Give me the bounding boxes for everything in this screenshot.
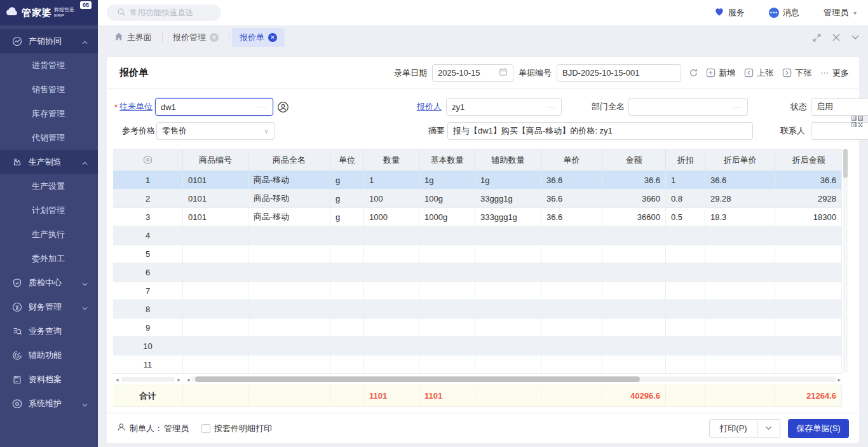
print-detail-checkbox[interactable] — [201, 424, 210, 433]
table-cell[interactable] — [775, 263, 842, 282]
user-menu[interactable]: 管理员 ▾ — [824, 7, 857, 18]
table-cell[interactable] — [419, 226, 475, 245]
table-cell[interactable] — [541, 226, 602, 245]
sidebar-item-财务管理[interactable]: 财务管理 — [0, 295, 98, 319]
dept-input[interactable]: ··· — [628, 98, 748, 116]
table-cell[interactable] — [330, 300, 364, 319]
table-cell[interactable] — [183, 337, 248, 355]
table-cell[interactable] — [705, 226, 775, 245]
table-cell[interactable]: 0101 — [183, 208, 248, 226]
table-cell[interactable] — [248, 319, 330, 337]
column-header-单价[interactable]: 单价 — [541, 149, 602, 170]
table-cell[interactable] — [364, 226, 419, 245]
table-cell[interactable]: 36.6 — [541, 189, 602, 208]
table-row-8[interactable]: 8 — [113, 300, 842, 319]
table-cell[interactable]: 3660 — [602, 189, 666, 208]
table-row-2[interactable]: 20101商品-移动g100100g33ggg1g36.636600.829.2… — [113, 189, 842, 208]
record-date-input[interactable] — [432, 64, 513, 82]
ref-price-select[interactable]: ∨ — [156, 122, 275, 140]
sidebar-subitem-委外加工[interactable]: 委外加工 — [0, 247, 98, 271]
column-header-折后单价[interactable]: 折后单价 — [705, 149, 775, 170]
print-dropdown-button[interactable] — [757, 419, 780, 438]
table-cell[interactable] — [364, 245, 419, 263]
table-cell[interactable]: 36.6 — [602, 171, 666, 189]
partner-label[interactable]: 往来单位 — [119, 101, 153, 113]
table-cell[interactable] — [330, 319, 364, 337]
doc-no-input[interactable] — [557, 64, 681, 82]
column-header-金额[interactable]: 金额 — [602, 149, 666, 170]
ellipsis-icon[interactable]: ··· — [733, 102, 742, 111]
table-cell[interactable]: 36.6 — [705, 171, 775, 189]
table-cell[interactable] — [775, 282, 842, 300]
table-cell[interactable]: 2928 — [775, 189, 842, 208]
table-cell[interactable] — [364, 337, 419, 355]
sidebar-item-辅助功能[interactable]: 辅助功能 — [0, 343, 98, 368]
table-cell[interactable]: 36.6 — [541, 171, 602, 189]
tab-quote-mgmt[interactable]: 报价管理 ✕ — [165, 28, 226, 47]
table-cell[interactable] — [419, 319, 475, 337]
column-header-数量[interactable]: 数量 — [364, 149, 419, 170]
column-header-折扣[interactable]: 折扣 — [666, 149, 705, 170]
table-cell[interactable] — [666, 355, 705, 374]
summary-value[interactable] — [453, 127, 747, 136]
more-button[interactable]: ⋯ 更多 — [820, 67, 849, 79]
scroll-right-icon[interactable]: ▸ — [836, 376, 842, 383]
table-cell[interactable] — [666, 300, 705, 319]
table-cell[interactable] — [475, 245, 541, 263]
table-cell[interactable] — [248, 355, 330, 374]
table-cell[interactable] — [248, 245, 330, 263]
sidebar-item-系统维护[interactable]: 系统维护 — [0, 392, 98, 416]
table-cell[interactable] — [330, 263, 364, 282]
table-cell[interactable] — [541, 300, 602, 319]
horizontal-scroll-thumb[interactable] — [195, 376, 640, 382]
quoter-input[interactable]: ··· — [446, 98, 562, 116]
table-row-5[interactable]: 5 — [113, 245, 842, 263]
doc-no-value[interactable] — [562, 68, 675, 78]
status-value[interactable] — [817, 102, 868, 112]
table-cell[interactable] — [330, 226, 364, 245]
partner-input[interactable]: ··· — [155, 98, 273, 116]
chevron-down-icon[interactable] — [851, 35, 859, 40]
tab-quote-form[interactable]: 报价单 ✕ — [232, 28, 285, 47]
table-cell[interactable]: 36.6 — [775, 171, 842, 189]
table-cell[interactable] — [602, 282, 666, 300]
table-cell[interactable] — [364, 355, 419, 374]
table-cell[interactable] — [602, 245, 666, 263]
prev-button[interactable]: 上张 — [744, 67, 773, 79]
table-cell[interactable] — [602, 319, 666, 337]
table-cell[interactable] — [705, 300, 775, 319]
table-cell[interactable] — [364, 282, 419, 300]
table-cell[interactable]: 33ggg1g — [475, 189, 541, 208]
table-cell[interactable] — [475, 337, 541, 355]
partner-value[interactable] — [161, 102, 254, 112]
close-all-icon[interactable] — [832, 34, 840, 41]
table-row-9[interactable]: 9 — [113, 319, 842, 337]
table-cell[interactable] — [602, 337, 666, 355]
table-cell[interactable] — [364, 300, 419, 319]
table-cell[interactable] — [775, 355, 842, 374]
table-cell[interactable]: 1g — [475, 171, 541, 189]
quoter-label[interactable]: 报价人 — [417, 101, 442, 113]
new-button[interactable]: 新增 — [706, 67, 735, 79]
table-cell[interactable] — [666, 337, 705, 355]
status-select[interactable]: ∨ — [811, 98, 868, 116]
table-cell[interactable] — [330, 245, 364, 263]
table-cell[interactable] — [330, 337, 364, 355]
vertical-scroll-thumb[interactable] — [843, 149, 848, 178]
table-cell[interactable]: 1g — [419, 171, 475, 189]
quoter-value[interactable] — [452, 102, 543, 112]
sidebar-subitem-库存管理[interactable]: 库存管理 — [0, 102, 98, 126]
table-cell[interactable] — [183, 300, 248, 319]
table-cell[interactable] — [248, 263, 330, 282]
table-row-7[interactable]: 7 — [113, 282, 842, 300]
ref-price-value[interactable] — [162, 127, 260, 136]
table-cell[interactable]: 36.6 — [541, 208, 602, 226]
record-date-value[interactable] — [438, 68, 495, 78]
table-cell[interactable]: 18300 — [775, 208, 842, 226]
table-cell[interactable] — [705, 245, 775, 263]
table-cell[interactable] — [183, 355, 248, 374]
summary-input[interactable] — [447, 122, 753, 140]
sidebar-subitem-代销管理[interactable]: 代销管理 — [0, 126, 98, 150]
table-cell[interactable] — [666, 319, 705, 337]
table-row-11[interactable]: 11 — [113, 355, 842, 374]
